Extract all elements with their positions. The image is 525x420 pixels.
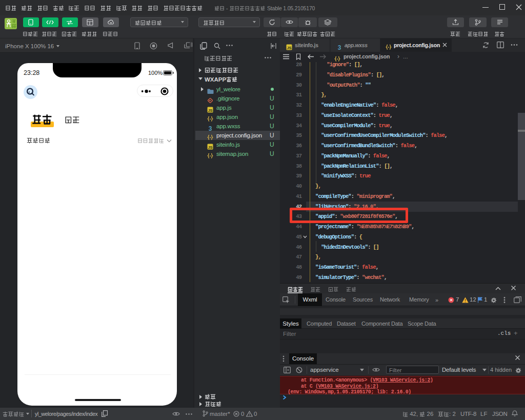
svg-text:JS: JS (208, 145, 212, 149)
svg-text:3: 3 (338, 44, 341, 50)
svg-text:JS: JS (208, 108, 212, 112)
svg-text:JS: JS (287, 45, 291, 50)
svg-text:3: 3 (209, 125, 212, 131)
